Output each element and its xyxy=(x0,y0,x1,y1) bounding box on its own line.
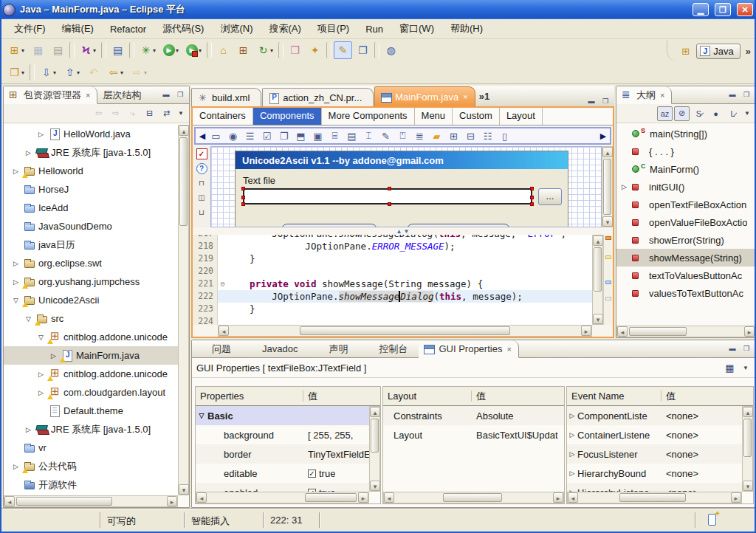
ruler-marker[interactable] xyxy=(605,281,611,284)
view-menu-icon[interactable]: ▼ xyxy=(740,361,751,376)
palette-component-icon[interactable]: ≣ xyxy=(411,131,428,142)
bottom-tab[interactable]: GUI Properties × xyxy=(419,340,518,358)
tree-item[interactable]: JRE 系统库 [java-1.5.0] xyxy=(4,420,178,439)
property-row[interactable]: ▽ border TinyTextFieldE xyxy=(196,444,369,464)
fold-marker[interactable] xyxy=(218,265,227,278)
palette-tab[interactable]: Menu xyxy=(415,108,453,125)
tree-item[interactable]: 公共代码 xyxy=(4,457,178,475)
menu-item[interactable]: 搜索(A) xyxy=(261,19,309,38)
bottom-tab[interactable]: 问题 xyxy=(192,340,242,357)
designer-tool-icon[interactable]: ⊓ xyxy=(196,178,207,189)
table-vertical-scrollbar[interactable]: ▴▾ xyxy=(742,406,753,492)
palette-component-icon[interactable]: ☑ xyxy=(258,131,275,142)
designer-tool-icon[interactable]: ⊔ xyxy=(196,207,207,219)
tree-item[interactable]: cnitblog.addone.unicode xyxy=(4,365,178,383)
code-line[interactable]: 222 JOptionPane.showMessageDialog(this, … xyxy=(193,290,592,303)
menu-item[interactable]: 窗口(W) xyxy=(391,19,442,38)
property-value[interactable]: TinyTextFieldE xyxy=(303,449,369,460)
minimize-view-icon[interactable]: ▬ xyxy=(726,90,738,100)
table-horizontal-scrollbar[interactable]: ◂▸ xyxy=(196,492,369,503)
event-row[interactable]: ▷ HierarchyListene <none> xyxy=(567,483,742,492)
toolbar-button[interactable] xyxy=(278,42,284,58)
palette-component-icon[interactable]: ▯ xyxy=(496,131,513,142)
view-tool-icon[interactable]: ⊘ xyxy=(674,106,690,121)
property-value[interactable]: [ 255, 255, xyxy=(303,430,353,441)
fold-marker[interactable] xyxy=(218,235,227,240)
tree-item[interactable]: IceAdd xyxy=(4,199,178,217)
view-tool-icon[interactable]: ⇄ xyxy=(159,106,174,121)
scrollbar-thumb[interactable] xyxy=(305,493,357,502)
tab-package-explorer[interactable]: 包资源管理器 × xyxy=(4,86,97,104)
fold-marker[interactable] xyxy=(218,278,227,290)
outline-item[interactable]: C MainForm() xyxy=(616,160,755,178)
layout-row[interactable]: Layout BasicTextUI$Updat xyxy=(383,425,564,444)
menu-item[interactable]: 浏览(N) xyxy=(212,19,261,38)
view-tool-icon[interactable]: ⇨ xyxy=(108,106,123,121)
outline-item[interactable]: S main(String[]) xyxy=(616,125,755,142)
event-row[interactable]: ▷ ComponentListe <none> xyxy=(567,406,742,425)
layout-property-value[interactable]: BasicTextUI$Updat xyxy=(472,430,558,441)
tree-item[interactable]: JRE 系统库 [java-1.5.0] xyxy=(4,143,178,162)
ruler-marker[interactable] xyxy=(605,255,611,259)
editor-tab[interactable]: build.xml xyxy=(191,88,261,106)
toolbar-button[interactable]: ⇩ xyxy=(37,63,59,81)
event-value[interactable]: <none> xyxy=(662,449,698,460)
toolbar-button[interactable]: ⇦ xyxy=(104,63,126,81)
twisty-icon[interactable] xyxy=(11,278,21,286)
column-header[interactable]: Layout xyxy=(383,391,472,402)
view-tool-icon[interactable]: S̷ xyxy=(691,106,707,121)
view-tool-icon[interactable]: az xyxy=(657,106,673,121)
fold-marker[interactable] xyxy=(218,315,227,325)
outline-item[interactable]: { . . . } xyxy=(616,142,755,160)
toolbar-button[interactable]: ✎ xyxy=(334,41,352,59)
tree-item[interactable]: HorseJ xyxy=(4,180,178,199)
palette-component-icon[interactable]: ▭ xyxy=(207,131,224,142)
palette-component-icon[interactable]: ✎ xyxy=(377,131,394,142)
property-value[interactable]: true xyxy=(303,468,335,479)
close-view-icon[interactable] xyxy=(410,348,413,350)
code-line[interactable]: 218 JOptionPane.ERROR_MESSAGE); xyxy=(193,240,592,252)
form-text-field[interactable] xyxy=(243,188,532,204)
layout-row[interactable]: Constraints Absolute xyxy=(383,406,564,425)
twisty-icon[interactable]: ▷ xyxy=(567,412,577,419)
minimize-view-icon[interactable]: ▬ xyxy=(160,90,172,100)
palette-tab[interactable]: Custom xyxy=(453,108,500,125)
editor-tab[interactable]: MainForm.java × xyxy=(374,86,475,106)
event-row[interactable]: ▷ HierarchyBound <none> xyxy=(567,464,742,483)
fold-marker[interactable] xyxy=(218,252,227,265)
form-browse-button[interactable]: ... xyxy=(538,188,562,205)
scrollbar-thumb[interactable] xyxy=(743,419,752,457)
scrollbar-thumb[interactable] xyxy=(619,493,686,502)
tree-item[interactable]: org.eclipse.swt xyxy=(4,254,178,272)
toolbar-button[interactable]: ◍ xyxy=(382,41,400,59)
palette-tab[interactable]: Components xyxy=(253,108,322,125)
close-view-icon[interactable]: × xyxy=(659,90,666,100)
event-row[interactable]: ▷ FocusListener <none> xyxy=(567,444,742,464)
palette-component-icon[interactable]: ❐ xyxy=(275,131,292,142)
designer-tool-icon[interactable]: ? xyxy=(196,163,207,174)
toolbar-button[interactable] xyxy=(30,64,35,80)
column-header[interactable]: 值 xyxy=(472,390,490,403)
twisty-icon[interactable] xyxy=(24,315,33,323)
column-header[interactable]: Properties xyxy=(196,391,303,402)
code-horizontal-scrollbar[interactable]: ◂ ▸ xyxy=(218,325,592,337)
scrollbar-thumb[interactable] xyxy=(371,419,379,453)
code-line[interactable]: 223 } xyxy=(193,303,592,315)
palette-component-icon[interactable]: ◉ xyxy=(224,131,241,142)
maximize-view-icon[interactable]: ❒ xyxy=(740,344,752,354)
twisty-icon[interactable] xyxy=(619,183,629,190)
tree-item[interactable]: cnitblog.addone.unicode xyxy=(4,328,178,346)
palette-scroll-left-icon[interactable]: ◀ xyxy=(197,131,207,141)
outline-item[interactable]: textToValuesButtonAc xyxy=(616,266,755,284)
minimize-view-icon[interactable]: ▬ xyxy=(726,344,738,354)
scrollbar-thumb[interactable] xyxy=(603,159,611,215)
palette-tab[interactable]: More Components xyxy=(322,108,415,125)
view-tool-icon[interactable]: ⊟ xyxy=(142,106,157,121)
toolbar-button[interactable]: ✳ xyxy=(137,41,159,59)
more-editors-chevron[interactable]: »1 xyxy=(479,91,489,102)
close-view-icon[interactable]: × xyxy=(84,90,92,100)
palette-component-icon[interactable]: ⊞ xyxy=(445,131,462,142)
form-preview-window[interactable]: Unicode2Ascii v1.1 --by addone@gmail.com… xyxy=(235,151,568,227)
view-tool-icon[interactable]: ▼ xyxy=(176,106,186,121)
menu-item[interactable]: 编辑(E) xyxy=(54,19,102,38)
